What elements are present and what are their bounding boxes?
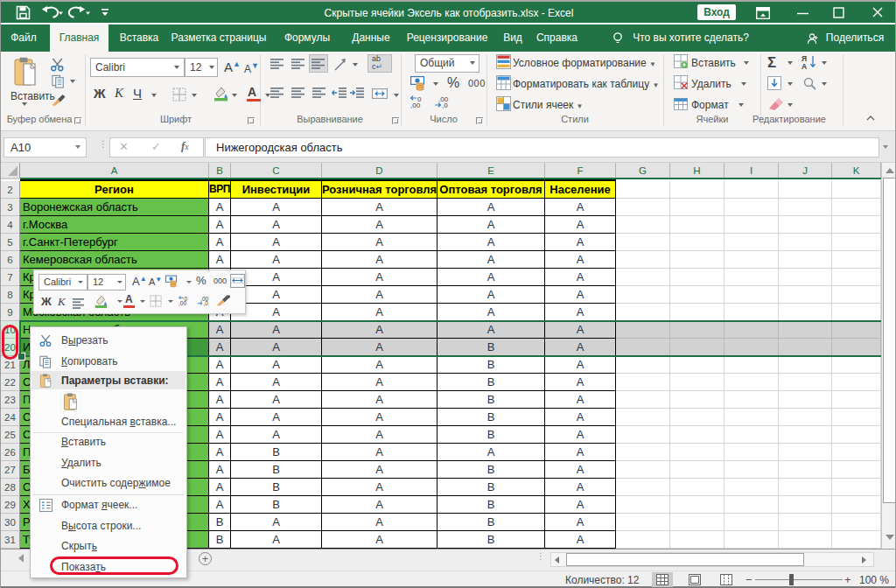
- svg-text:,0: ,0: [442, 102, 448, 108]
- svg-text:А: А: [802, 62, 807, 70]
- svg-text:,00: ,00: [178, 300, 186, 306]
- svg-text:,0: ,0: [203, 300, 208, 306]
- svg-text:,00: ,00: [410, 102, 421, 108]
